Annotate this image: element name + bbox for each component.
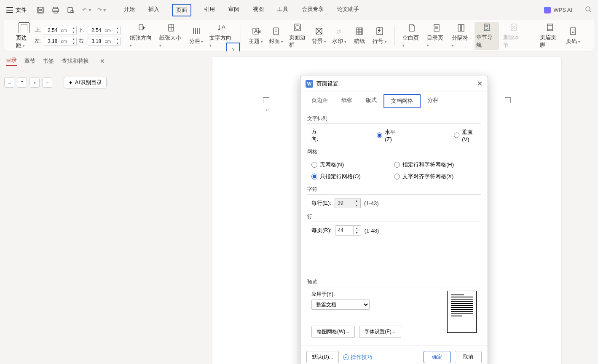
page-setup-dialog: W 页面设置 ✕ 页边距 纸张 版式 文档网格 分栏 文字排列 方向: 水平(Z… xyxy=(300,76,488,364)
ai-toc-button[interactable]: ✦AI识别目录 xyxy=(64,77,107,88)
preview-thumbnail xyxy=(447,291,477,333)
tab-review[interactable]: 审阅 xyxy=(228,4,240,16)
svg-point-7 xyxy=(586,7,590,11)
radio-no-grid[interactable]: 无网格(N) xyxy=(311,161,394,169)
close-icon[interactable]: ✕ xyxy=(477,80,483,88)
dlg-tab-columns[interactable]: 分栏 xyxy=(421,94,445,108)
margin-bottom-input[interactable]: cm▲▼ xyxy=(88,26,121,35)
file-menu[interactable]: 文件 xyxy=(6,6,27,14)
draw-grid-button[interactable]: 绘图网格(W)... xyxy=(311,326,355,338)
dlg-tab-paper[interactable]: 纸张 xyxy=(335,94,359,108)
tips-link[interactable]: ▸操作技巧 xyxy=(343,353,373,361)
menu-tabs: 开始 插入 页面 引用 审阅 视图 工具 会员专享 论文助手 xyxy=(123,4,360,16)
expand-down-button[interactable]: ⌄ xyxy=(4,78,14,88)
tab-member[interactable]: 会员专享 xyxy=(301,4,324,16)
paragraph-mark-icon: ↵ xyxy=(265,107,269,112)
tab-insert[interactable]: 插入 xyxy=(147,4,160,16)
page-number-icon: # xyxy=(569,27,578,36)
radio-vertical[interactable]: 垂直(V) xyxy=(454,128,477,142)
margin-top-input[interactable]: cm▲▼ xyxy=(44,26,77,35)
section-preview: 预览 xyxy=(307,278,481,287)
section-nav-button[interactable]: 章节导航 xyxy=(475,22,499,50)
background-button[interactable]: 背景 xyxy=(310,26,328,46)
margin-bottom-label: 下: xyxy=(78,27,86,34)
paper-size-icon xyxy=(166,23,176,32)
blank-page-button[interactable]: 空白页 xyxy=(401,22,423,49)
cancel-button[interactable]: 取消 xyxy=(455,351,482,363)
separator-icon xyxy=(456,23,466,32)
apply-to-select[interactable]: 整篇文档 xyxy=(311,300,370,310)
add-button[interactable]: ＋ xyxy=(29,78,40,88)
svg-rect-23 xyxy=(458,24,461,31)
svg-rect-1 xyxy=(39,11,42,13)
default-button[interactable]: 默认(D)... xyxy=(306,351,339,363)
remove-button[interactable]: － xyxy=(42,78,52,88)
tab-start[interactable]: 开始 xyxy=(123,4,136,16)
radio-line-char-grid[interactable]: 指定行和字符网格(H) xyxy=(394,161,477,169)
margin-marker-icon xyxy=(263,97,269,103)
margins-icon xyxy=(19,22,29,33)
page-border-button[interactable]: 页面边框 xyxy=(287,22,308,50)
font-settings-button[interactable]: 字体设置(F)... xyxy=(359,326,401,338)
wps-ai-button[interactable]: WPS AI xyxy=(544,7,572,13)
separator-button[interactable]: 分隔符 xyxy=(450,22,472,49)
orientation-button[interactable]: 纸张方向 xyxy=(128,22,155,49)
collapse-up-button[interactable]: ⌃ xyxy=(17,78,27,88)
direction-label: 方向: xyxy=(311,128,322,143)
delete-section-icon xyxy=(509,23,518,32)
close-panel-icon[interactable]: ✕ xyxy=(100,58,105,64)
side-tab-bookmark[interactable]: 书签 xyxy=(43,57,54,65)
undo-button[interactable]: ↶ ▾ xyxy=(82,7,91,13)
header-footer-button[interactable]: 页眉页脚 xyxy=(538,22,562,50)
svg-text:A: A xyxy=(222,24,225,30)
print-preview-icon[interactable] xyxy=(67,6,75,14)
dlg-tab-margins[interactable]: 页边距 xyxy=(305,94,335,108)
gaozhi-button[interactable]: 稿纸 xyxy=(351,26,368,46)
margins-label: 页边距 xyxy=(16,34,32,49)
ok-button[interactable]: 确定 xyxy=(424,351,451,363)
dlg-tab-layout[interactable]: 版式 xyxy=(359,94,383,108)
columns-button[interactable]: 分栏 xyxy=(188,26,205,46)
radio-only-line-grid[interactable]: 只指定行网格(O) xyxy=(311,173,394,180)
print-icon[interactable] xyxy=(52,6,59,14)
tab-view[interactable]: 视图 xyxy=(252,4,265,16)
tab-reference[interactable]: 引用 xyxy=(203,4,216,16)
ai-icon: ✦ xyxy=(68,80,73,86)
svg-rect-8 xyxy=(139,24,143,30)
margin-right-input[interactable]: cm▲▼ xyxy=(88,37,121,46)
lineno-button[interactable]: 12行号 xyxy=(371,26,389,46)
navigation-panel: 目录 章节 书签 查找和替换 ✕ ⌄ ⌃ ＋ － ✦AI识别目录 xyxy=(0,51,111,364)
tab-tools[interactable]: 工具 xyxy=(276,4,289,16)
search-icon[interactable] xyxy=(585,6,592,14)
radio-align-char-grid[interactable]: 文字对齐字符网格(X) xyxy=(394,173,477,180)
page-margins-button[interactable]: 页边距 xyxy=(16,22,32,49)
header-footer-icon xyxy=(545,23,555,32)
ribbon: 页边距 上: cm▲▼ 下: cm▲▼ 左: cm▲▼ 右: cm▲▼ 纸张方向… xyxy=(4,20,594,51)
orientation-icon xyxy=(137,23,146,32)
theme-button[interactable]: Aa主题 xyxy=(247,26,265,46)
per-page-input[interactable]: ▲▼ xyxy=(335,225,361,236)
watermark-button[interactable]: 水水印 xyxy=(330,26,348,46)
toc-page-button[interactable]: 目录页 xyxy=(425,22,447,49)
blank-page-icon xyxy=(407,23,416,32)
svg-rect-22 xyxy=(434,24,439,31)
apply-to-label: 应用于(Y): xyxy=(311,291,439,298)
margin-left-input[interactable]: cm▲▼ xyxy=(44,37,77,46)
save-icon[interactable] xyxy=(37,6,44,14)
tab-thesis[interactable]: 论文助手 xyxy=(336,4,360,16)
columns-icon xyxy=(192,27,201,36)
file-label: 文件 xyxy=(16,6,27,14)
side-tab-chapter[interactable]: 章节 xyxy=(24,57,35,65)
paper-size-button[interactable]: 纸张大小 xyxy=(158,22,185,49)
cover-button[interactable]: 封面 xyxy=(267,26,285,46)
side-tab-find[interactable]: 查找和替换 xyxy=(62,57,89,65)
toc-page-icon xyxy=(432,23,441,32)
dlg-tab-grid[interactable]: 文档网格 xyxy=(383,94,421,108)
per-line-label: 每行(E): xyxy=(311,199,331,207)
theme-icon: Aa xyxy=(251,27,260,36)
redo-button[interactable]: ↷ ▾ xyxy=(97,7,107,13)
radio-horizontal[interactable]: 水平(Z) xyxy=(377,128,399,142)
page-number-button[interactable]: #页码 xyxy=(564,26,582,46)
side-tab-toc[interactable]: 目录 xyxy=(6,56,17,66)
tab-page[interactable]: 页面 xyxy=(172,4,191,16)
